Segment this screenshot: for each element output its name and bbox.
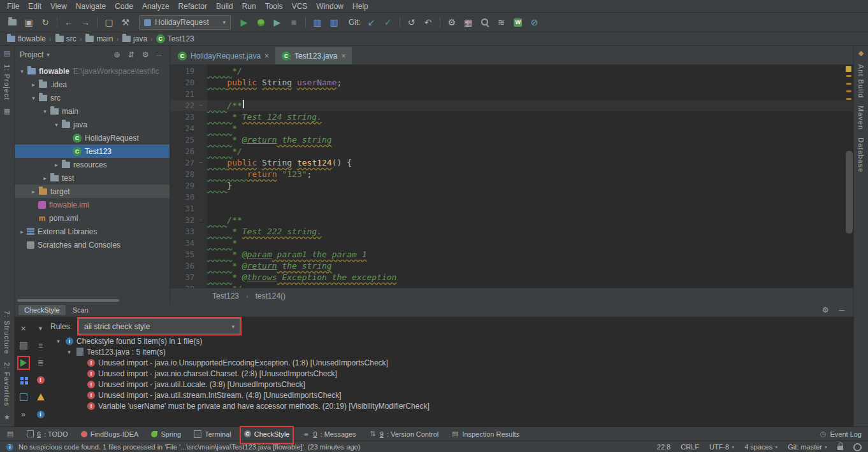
project-tree-item-src[interactable]: ▾src <box>15 91 170 104</box>
toolwindow-button-6-todo[interactable]: 6: TODO <box>27 430 68 438</box>
project-tree-item-test123[interactable]: CTest123 <box>15 145 170 158</box>
expand-arrow-icon[interactable]: ▾ <box>65 349 73 355</box>
chevrons-icon[interactable]: » <box>21 410 25 419</box>
inspections-indicator-icon[interactable] <box>846 66 851 72</box>
menu-item-run[interactable]: Run <box>238 1 261 11</box>
hide-panel-icon[interactable]: ─ <box>839 306 844 314</box>
expand-arrow-icon[interactable]: ▾ <box>54 338 62 344</box>
lock-icon[interactable] <box>837 446 843 450</box>
code-line-22[interactable]: 22− /** <box>170 100 853 111</box>
tab-test123-java[interactable]: C Test123.java × <box>275 47 352 64</box>
expand-arrow-icon[interactable]: ▸ <box>29 81 38 88</box>
code-line-25[interactable]: 25 * @return the string <box>170 134 853 146</box>
close-icon[interactable]: × <box>20 323 25 334</box>
stop-icon[interactable] <box>20 342 27 350</box>
code-line-28[interactable]: 28 return "123"; <box>170 169 853 180</box>
project-tree-item-idea[interactable]: ▸.idea <box>15 78 170 91</box>
breadcrumb-item-test123[interactable]: CTest123 <box>155 34 196 43</box>
hide-panel-icon[interactable]: ─ <box>156 50 162 59</box>
warning-mark[interactable] <box>846 83 851 85</box>
run-configuration-selector[interactable]: HolidayRequest ▾ <box>139 15 231 30</box>
expand-arrow-icon[interactable]: ▸ <box>17 229 27 235</box>
code-editor[interactable]: 19 */20 public String userName;2122− /**… <box>170 65 853 288</box>
breadcrumb-item-src[interactable]: src <box>54 34 78 43</box>
expand-arrow-icon[interactable]: ▾ <box>29 95 38 101</box>
tool-window-switcher-icon[interactable]: ▤ <box>6 430 14 438</box>
expand-arrow-icon[interactable]: ▸ <box>29 188 38 195</box>
warning-mark[interactable] <box>846 90 851 92</box>
toolwindow-button-0-messages[interactable]: ≡0: Messages <box>302 430 356 438</box>
code-line-21[interactable]: 21 <box>170 88 853 100</box>
project-tree-item-pom-xml[interactable]: mpom.xml <box>15 211 170 225</box>
code-line-32[interactable]: 32− /** <box>170 215 853 226</box>
tab-scan[interactable]: Scan <box>67 305 94 315</box>
warning-mark[interactable] <box>846 75 851 77</box>
project-tree-item-java[interactable]: ▾java <box>15 118 170 131</box>
checkstyle-result-variable-username-must-be-pr[interactable]: !Variable 'userName' must be private and… <box>50 400 853 411</box>
horizontal-scrollbar[interactable] <box>17 299 119 302</box>
editor-scrollbar[interactable] <box>844 65 853 288</box>
code-line-36[interactable]: 36 * @return the string <box>170 260 853 272</box>
menu-item-code[interactable]: Code <box>110 1 138 11</box>
filter-funnel-icon[interactable]: ▼ <box>38 325 43 332</box>
fold-icon[interactable]: − <box>194 157 207 169</box>
compare-icon[interactable]: ≋ <box>493 15 510 30</box>
checkstyle-result-unused-import-java-nio-chars[interactable]: !Unused import - java.nio.charset.Charse… <box>50 368 853 379</box>
code-line-34[interactable]: 34 * <box>170 237 853 249</box>
collapse-all-icon[interactable]: ⇵ <box>128 50 134 59</box>
tool-stripe-icon[interactable]: ▦ <box>4 107 10 115</box>
profiler-icon[interactable]: ▥ <box>309 15 326 30</box>
menu-item-analyze[interactable]: Analyze <box>138 1 174 11</box>
locate-file-icon[interactable]: ⊕ <box>114 50 120 59</box>
code-line-37[interactable]: 37 * @throws Exception the exception <box>170 272 853 283</box>
tool-window-switcher-icon[interactable]: ▤ <box>4 49 10 57</box>
toolwindow-button-spring[interactable]: Spring <box>151 430 181 438</box>
project-tree-item-flowable-iml[interactable]: flowable.iml <box>15 198 170 211</box>
expand-all-icon[interactable]: ≡ <box>38 341 43 350</box>
chevron-down-icon[interactable]: ▾ <box>47 52 50 58</box>
expand-arrow-icon[interactable]: ▸ <box>52 162 61 168</box>
clear-results-icon[interactable] <box>20 393 27 401</box>
modules-grid-icon[interactable] <box>20 377 24 380</box>
menu-item-vcs[interactable]: VCS <box>287 1 312 11</box>
project-tree-item-flowable[interactable]: ▾flowableE:\javaWorkspace\test\flc <box>15 64 170 78</box>
project-tree-item-resources[interactable]: ▸resources <box>15 158 170 171</box>
close-icon[interactable]: × <box>341 52 345 60</box>
tool-stripe-database[interactable]: Database <box>857 138 865 173</box>
project-panel-title[interactable]: Project <box>20 50 43 59</box>
project-tree-item-holidayrequest[interactable]: CHolidayRequest <box>15 131 170 145</box>
menu-item-window[interactable]: Window <box>312 1 348 11</box>
fold-icon[interactable]: − <box>194 215 207 226</box>
checkstyle-result-test123-java-5-item-s[interactable]: ▾Test123.java : 5 item(s) <box>50 346 853 357</box>
tool-stripe-structure[interactable]: 7: Structure <box>3 311 11 355</box>
encoding-widget[interactable]: UTF-8▾ <box>709 443 734 451</box>
info-filter-icon[interactable]: i <box>37 411 45 418</box>
code-line-29[interactable]: 29 } <box>170 180 853 192</box>
tab-checkstyle[interactable]: CheckStyle <box>18 305 66 315</box>
project-tree-item-external-libraries[interactable]: ▸External Libraries <box>15 225 170 238</box>
gear-icon[interactable]: ⚙ <box>142 50 149 59</box>
expand-arrow-icon[interactable]: ▸ <box>40 175 50 181</box>
toolwindow-button-inspection-results[interactable]: ▤Inspection Results <box>451 430 519 438</box>
debug-icon[interactable] <box>252 15 269 30</box>
close-icon[interactable]: × <box>264 52 269 60</box>
git-branch-widget[interactable]: Git: master▾ <box>788 443 827 451</box>
menu-item-tools[interactable]: Tools <box>261 1 287 11</box>
toolwindow-button-9-version-control[interactable]: ⇅9: Version Control <box>369 430 438 438</box>
star-icon[interactable]: ★ <box>4 413 10 421</box>
code-line-27[interactable]: 27− public String test124() { <box>170 157 853 169</box>
restore-layout-icon[interactable]: ▢ <box>101 15 117 30</box>
sync-icon[interactable]: ↻ <box>37 15 54 30</box>
search-everywhere-icon[interactable] <box>477 15 493 30</box>
toolwindow-button-event-log[interactable]: Event Log <box>830 430 862 438</box>
breadcrumb-class[interactable]: Test123 <box>212 292 239 300</box>
stop-icon[interactable]: ■ <box>286 15 302 30</box>
caret-position-widget[interactable]: 22:8 <box>657 443 670 451</box>
project-tree-item-main[interactable]: ▾main <box>15 104 170 118</box>
run-icon[interactable]: ▶ <box>236 15 252 30</box>
toolwindow-button-checkstyle[interactable]: CCheckStyle <box>244 430 290 438</box>
warning-filter-icon[interactable] <box>37 393 45 400</box>
code-line-33[interactable]: 33 * Test 222 string. <box>170 226 853 237</box>
build-hammer-icon[interactable]: ⚒ <box>117 15 134 30</box>
menu-item-build[interactable]: Build <box>212 1 238 11</box>
